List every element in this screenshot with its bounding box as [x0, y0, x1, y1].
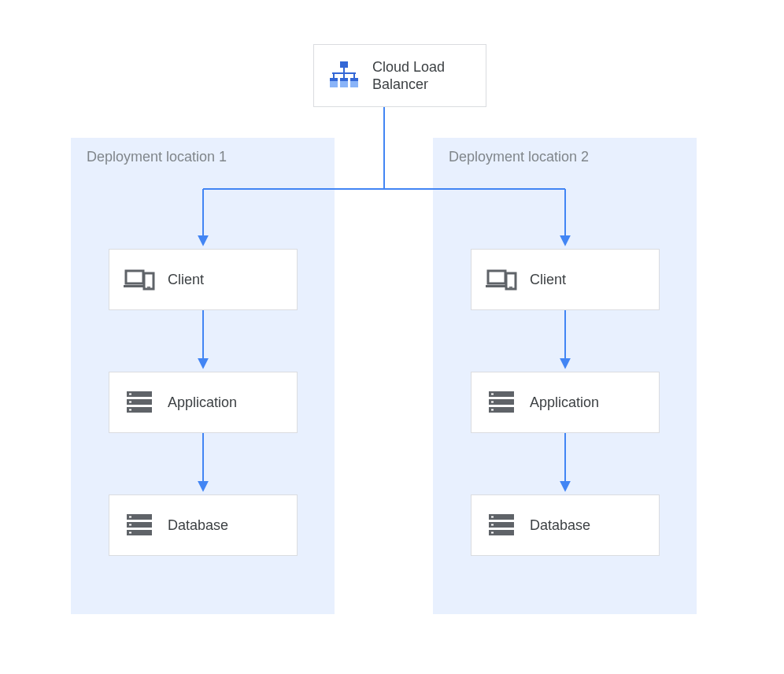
architecture-diagram: Deployment location 1 Deployment locatio…	[0, 0, 784, 674]
svg-rect-11	[333, 74, 335, 78]
svg-rect-49	[491, 517, 494, 518]
svg-rect-21	[124, 285, 146, 287]
application-label-1: Application	[168, 394, 237, 411]
node-load-balancer: Cloud Load Balancer	[313, 44, 486, 107]
node-database-2: Database	[471, 494, 660, 556]
svg-rect-18	[340, 78, 348, 81]
node-application-2: Application	[471, 372, 660, 433]
svg-rect-8	[340, 61, 348, 68]
svg-rect-39	[509, 287, 512, 288]
svg-rect-23	[147, 287, 150, 288]
svg-rect-27	[129, 394, 131, 395]
svg-rect-51	[491, 532, 494, 534]
svg-rect-44	[491, 402, 494, 403]
svg-rect-20	[126, 271, 143, 283]
client-icon	[486, 264, 517, 295]
database-label-1: Database	[168, 517, 228, 534]
node-database-1: Database	[109, 494, 298, 556]
database-icon	[124, 509, 155, 541]
load-balancer-label: Cloud Load Balancer	[372, 58, 445, 94]
region-title-2: Deployment location 2	[449, 149, 589, 165]
database-icon	[486, 509, 517, 541]
svg-rect-50	[491, 524, 494, 526]
svg-rect-43	[491, 394, 494, 395]
svg-rect-28	[129, 402, 131, 403]
node-application-1: Application	[109, 372, 298, 433]
region-title-1: Deployment location 1	[87, 149, 227, 165]
svg-rect-36	[488, 271, 505, 283]
svg-rect-45	[491, 409, 494, 411]
svg-rect-34	[129, 524, 131, 526]
svg-rect-10	[332, 72, 356, 74]
svg-rect-13	[353, 74, 355, 78]
svg-rect-9	[343, 68, 345, 72]
application-label-2: Application	[530, 394, 599, 411]
client-icon	[124, 264, 155, 295]
svg-rect-37	[486, 285, 508, 287]
svg-rect-35	[129, 532, 131, 534]
node-client-1: Client	[109, 249, 298, 310]
svg-rect-12	[343, 74, 345, 78]
load-balancer-icon	[328, 60, 360, 91]
client-label-1: Client	[168, 272, 204, 288]
svg-rect-17	[330, 78, 338, 81]
svg-rect-33	[129, 517, 131, 518]
client-label-2: Client	[530, 272, 566, 288]
database-label-2: Database	[530, 517, 590, 534]
svg-rect-29	[129, 409, 131, 411]
application-icon	[486, 387, 517, 418]
svg-rect-19	[350, 78, 358, 81]
node-client-2: Client	[471, 249, 660, 310]
application-icon	[124, 387, 155, 418]
